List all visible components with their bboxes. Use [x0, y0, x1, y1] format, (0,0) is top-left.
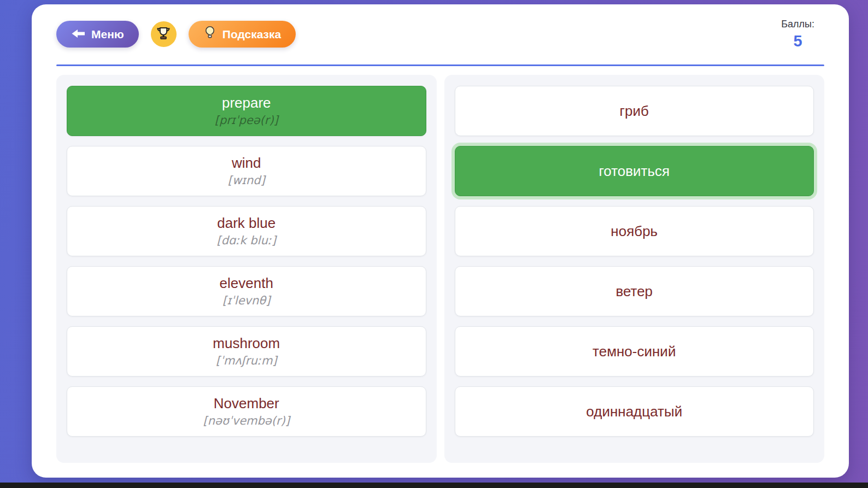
score-box: Баллы: 5: [781, 19, 824, 50]
english-word: eleventh: [220, 275, 273, 291]
english-word: mushroom: [213, 336, 280, 351]
word-card-russian-3[interactable]: ноябрь: [455, 206, 814, 256]
score-value: 5: [781, 32, 814, 50]
word-transcription: [prɪˈpeə(r)]: [215, 114, 278, 127]
menu-button-label: Меню: [91, 28, 124, 41]
english-word: prepare: [222, 95, 271, 111]
russian-word: темно-синий: [593, 344, 676, 360]
achievements-button[interactable]: [151, 21, 177, 47]
russian-word: гриб: [620, 103, 649, 119]
russian-column: гриб готовиться ноябрь ветер темно-синий…: [444, 75, 825, 463]
trophy-icon: [155, 25, 172, 44]
lightbulb-icon: [203, 25, 216, 43]
english-column: prepare [prɪˈpeə(r)] wind [wɪnd] dark bl…: [56, 75, 437, 463]
screen-bottom-edge: [0, 483, 868, 488]
word-card-english-4[interactable]: eleventh [ɪˈlevnθ]: [67, 266, 426, 316]
word-card-russian-2[interactable]: готовиться: [455, 146, 814, 196]
word-transcription: [nəʊˈvembə(r)]: [203, 415, 290, 427]
menu-button[interactable]: Меню: [56, 21, 139, 48]
word-card-russian-5[interactable]: темно-синий: [455, 326, 814, 377]
left-arrow-icon: [71, 28, 85, 41]
hint-button[interactable]: Подсказка: [189, 21, 296, 48]
game-card: Меню Подсказка: [32, 4, 849, 478]
english-word: wind: [232, 155, 261, 171]
score-label: Баллы:: [781, 19, 814, 30]
word-card-russian-4[interactable]: ветер: [455, 266, 814, 316]
word-card-english-2[interactable]: wind [wɪnd]: [67, 146, 426, 196]
matching-board: prepare [prɪˈpeə(r)] wind [wɪnd] dark bl…: [56, 75, 824, 463]
russian-word: одиннадцатый: [586, 404, 682, 420]
header-bar: Меню Подсказка: [56, 21, 824, 48]
word-card-english-5[interactable]: mushroom [ˈmʌʃruːm]: [67, 326, 426, 377]
word-transcription: [dɑːk bluː]: [216, 234, 276, 247]
hint-button-label: Подсказка: [222, 28, 281, 41]
word-transcription: [wɪnd]: [228, 174, 265, 187]
russian-word: ветер: [615, 284, 653, 299]
word-card-english-1[interactable]: prepare [prɪˈpeə(r)]: [67, 86, 426, 136]
header-divider: [56, 64, 824, 66]
word-card-russian-1[interactable]: гриб: [455, 86, 814, 136]
word-card-russian-6[interactable]: одиннадцатый: [455, 386, 814, 437]
russian-word: готовиться: [599, 163, 670, 179]
word-transcription: [ɪˈlevnθ]: [222, 295, 270, 307]
russian-word: ноябрь: [611, 224, 658, 239]
word-card-english-6[interactable]: November [nəʊˈvembə(r)]: [67, 386, 426, 437]
english-word: November: [214, 396, 279, 411]
word-transcription: [ˈmʌʃruːm]: [216, 355, 277, 367]
english-word: dark blue: [217, 215, 275, 231]
word-card-english-3[interactable]: dark blue [dɑːk bluː]: [67, 206, 426, 256]
